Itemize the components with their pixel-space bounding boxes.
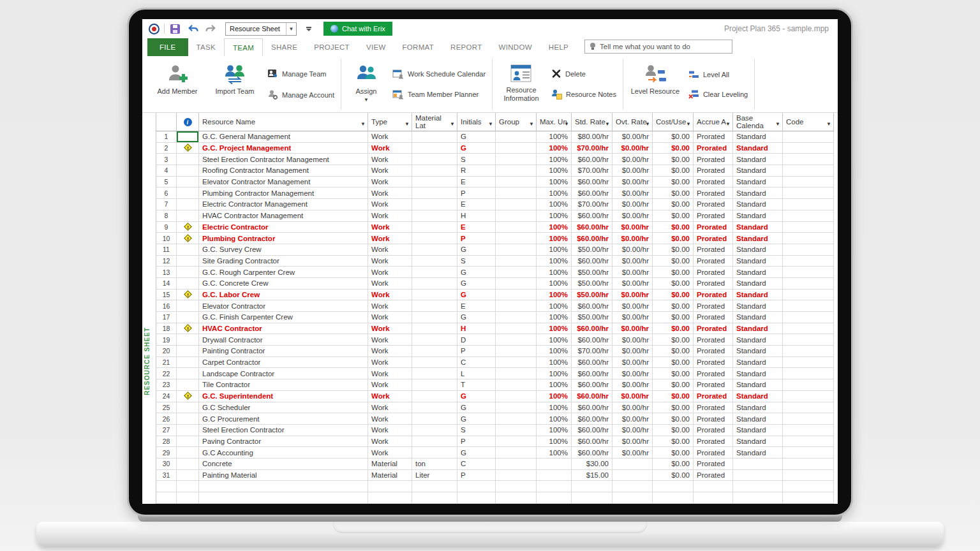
cell-std-rate[interactable]: $80.00/hr <box>572 131 612 143</box>
cell-accrue-at[interactable]: Prorated <box>694 165 733 177</box>
filter-arrow-icon[interactable]: ▼ <box>360 121 366 127</box>
cell-material-label[interactable] <box>412 131 457 143</box>
tab-project[interactable]: PROJECT <box>306 38 358 56</box>
row-number[interactable]: 27 <box>156 425 177 436</box>
cell-accrue-at[interactable]: Prorated <box>694 278 733 290</box>
cell-material-label[interactable]: Liter <box>412 470 457 481</box>
cell-type[interactable]: Work <box>368 346 412 357</box>
row-indicator-cell[interactable]: ! <box>177 143 199 154</box>
cell-material-label[interactable] <box>412 481 457 492</box>
cell-resource-name[interactable]: Site Grading Contractor <box>199 256 368 267</box>
cell-resource-name[interactable]: Plumbing Contractor Management <box>199 187 368 199</box>
cell-code[interactable] <box>783 233 834 244</box>
cell-resource-name[interactable]: G.C. Finish Carpenter Crew <box>199 312 368 323</box>
cell-cost-use[interactable] <box>653 492 694 504</box>
cell-base-calendar[interactable]: Standard <box>733 222 783 233</box>
cell-material-label[interactable] <box>412 312 457 323</box>
cell-initials[interactable]: G <box>457 447 496 459</box>
cell-std-rate[interactable]: $60.00/hr <box>572 233 612 244</box>
tab-window[interactable]: WINDOW <box>491 38 540 56</box>
cell-base-calendar[interactable]: Standard <box>733 334 783 346</box>
cell-type[interactable]: Work <box>368 391 412 402</box>
row-indicator-cell[interactable] <box>177 177 199 188</box>
cell-resource-name[interactable]: Carpet Contractor <box>199 357 368 369</box>
cell-max-units[interactable]: 100% <box>537 210 572 222</box>
row-number[interactable]: 14 <box>156 278 177 290</box>
cell-max-units[interactable]: 100% <box>537 413 572 425</box>
row-indicator-cell[interactable] <box>177 368 199 379</box>
cell-accrue-at[interactable]: Prorated <box>694 436 733 448</box>
cell-type[interactable]: Work <box>368 357 412 369</box>
cell-ovt-rate[interactable]: $0.00/hr <box>612 233 653 244</box>
cell-accrue-at[interactable]: Prorated <box>694 368 733 379</box>
cell-resource-name[interactable]: Electric Contractor Management <box>199 199 368 210</box>
cell-base-calendar[interactable] <box>733 459 783 470</box>
cell-ovt-rate[interactable]: $0.00/hr <box>612 436 653 448</box>
cell-ovt-rate[interactable]: $0.00/hr <box>612 278 653 290</box>
cell-cost-use[interactable]: $0.00 <box>653 402 694 414</box>
cell-ovt-rate[interactable]: $0.00/hr <box>612 177 653 188</box>
cell-std-rate[interactable]: $50.00/hr <box>572 278 612 290</box>
cell-std-rate[interactable]: $60.00/hr <box>572 154 612 165</box>
level-resource-button[interactable]: Level Resource <box>627 59 683 110</box>
row-indicator-cell[interactable]: ! <box>177 290 199 301</box>
cell-cost-use[interactable]: $0.00 <box>653 436 694 448</box>
row-indicator-cell[interactable] <box>177 312 199 323</box>
cell-resource-name[interactable]: Steel Erection Contractor <box>199 425 368 436</box>
cell-ovt-rate[interactable]: $0.00/hr <box>612 323 653 335</box>
row-number[interactable]: 22 <box>156 368 177 379</box>
resource-information-button[interactable]: Resource Information <box>496 59 546 110</box>
cell-accrue-at[interactable]: Prorated <box>694 413 733 425</box>
cell-type[interactable]: Work <box>368 300 412 312</box>
cell-cost-use[interactable]: $0.00 <box>653 368 694 379</box>
row-indicator-cell[interactable] <box>177 244 199 256</box>
cell-ovt-rate[interactable]: $0.00/hr <box>612 300 653 312</box>
cell-ovt-rate[interactable]: $0.00/hr <box>612 413 653 425</box>
cell-resource-name[interactable]: HVAC Contractor Management <box>199 210 368 222</box>
cell-resource-name[interactable]: Painting Material <box>199 470 368 481</box>
cell-initials[interactable]: G <box>457 413 496 425</box>
cell-std-rate[interactable]: $60.00/hr <box>572 391 612 402</box>
cell-accrue-at[interactable]: Prorated <box>694 300 733 312</box>
row-number[interactable]: 5 <box>156 177 177 188</box>
cell-accrue-at[interactable]: Prorated <box>694 233 733 244</box>
cell-max-units[interactable]: 100% <box>537 233 572 244</box>
cell-group[interactable] <box>496 459 537 470</box>
cell-code[interactable] <box>783 436 834 448</box>
cell-code[interactable] <box>783 222 834 233</box>
cell-max-units[interactable]: 100% <box>537 244 572 256</box>
cell-type[interactable]: Work <box>368 402 412 414</box>
row-number[interactable]: 29 <box>156 447 177 459</box>
cell-resource-name[interactable]: G.C. Labor Crew <box>199 290 368 301</box>
view-selector[interactable]: Resource Sheet ▼ <box>225 22 297 36</box>
tab-format[interactable]: FORMAT <box>394 38 443 56</box>
tab-task[interactable]: TASK <box>188 38 224 56</box>
cell-accrue-at[interactable]: Prorated <box>694 402 733 414</box>
cell-code[interactable] <box>783 143 834 154</box>
cell-code[interactable] <box>783 312 834 323</box>
column-header-max-units[interactable]: Max. Un▼ <box>537 113 572 131</box>
cell-group[interactable] <box>496 334 537 346</box>
cell-material-label[interactable] <box>412 300 457 312</box>
cell-ovt-rate[interactable]: $0.00/hr <box>612 312 653 323</box>
cell-code[interactable] <box>783 492 834 504</box>
cell-type[interactable]: Work <box>368 199 412 210</box>
row-indicator-cell[interactable] <box>177 334 199 346</box>
row-number[interactable]: 8 <box>156 210 177 222</box>
cell-cost-use[interactable] <box>653 481 694 492</box>
cell-initials[interactable]: C <box>457 357 496 369</box>
cell-std-rate[interactable]: $60.00/hr <box>572 323 612 335</box>
cell-group[interactable] <box>496 222 537 233</box>
row-indicator-cell[interactable] <box>177 131 199 143</box>
cell-material-label[interactable] <box>412 244 457 256</box>
cell-ovt-rate[interactable]: $0.00/hr <box>612 290 653 301</box>
cell-type[interactable] <box>368 492 412 504</box>
row-indicator-cell[interactable] <box>177 256 199 267</box>
cell-material-label[interactable] <box>412 222 457 233</box>
cell-std-rate[interactable]: $60.00/hr <box>572 447 612 459</box>
cell-type[interactable]: Work <box>368 244 412 256</box>
cell-material-label[interactable] <box>412 187 457 199</box>
cell-max-units[interactable]: 100% <box>537 379 572 391</box>
cell-accrue-at[interactable]: Prorated <box>694 323 733 335</box>
cell-group[interactable] <box>496 368 537 379</box>
